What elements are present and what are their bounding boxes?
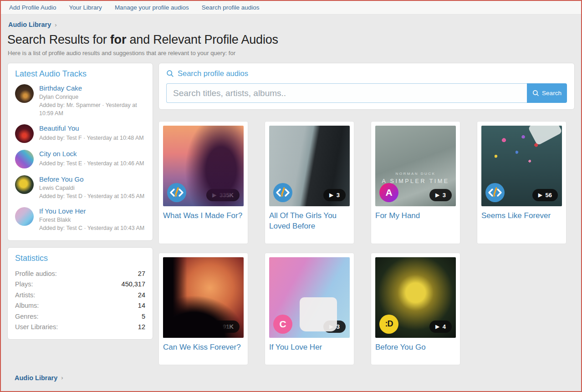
search-query-term: for xyxy=(110,33,126,46)
audio-thumbnail[interactable]: ▶3 xyxy=(269,126,350,206)
audio-card[interactable]: NORMAN DUCK A SIMPLER TIME A ▶3 For My H… xyxy=(371,121,460,244)
play-count-badge: ▶91K xyxy=(210,321,240,333)
play-icon: ▶ xyxy=(329,324,333,330)
audio-results-grid: ▶335K What Was I Made For? xyxy=(158,121,575,365)
audio-title-link[interactable]: If You Love Her xyxy=(269,342,350,353)
play-count-badge: ▶56 xyxy=(532,189,558,201)
page-subtitle: Here is a list of profile audio results … xyxy=(8,50,575,56)
latest-tracks-header: Latest Audio Tracks xyxy=(15,69,145,79)
search-panel: Search profile audios Search xyxy=(158,63,575,110)
track-artist: Forest Blakk xyxy=(39,217,144,223)
play-count-badge: ▶3 xyxy=(429,189,452,201)
breadcrumb-audio-library[interactable]: Audio Library xyxy=(8,21,51,28)
track-added-by: Added by: Test E · Yesterday at 10:46 AM xyxy=(39,159,144,168)
code-brush-logo-icon xyxy=(485,183,505,202)
page-title: Search Results for for and Relevant Prof… xyxy=(7,33,575,47)
stat-row-genres: Genres:5 xyxy=(15,311,145,322)
track-item[interactable]: Birthday Cake Dylan Conrique Added by: M… xyxy=(15,84,145,117)
main-content: Search profile audios Search xyxy=(158,63,575,365)
search-input[interactable] xyxy=(166,83,527,103)
track-artist: Lewis Capaldi xyxy=(39,185,144,191)
stat-row-artists: Artists:24 xyxy=(15,290,145,300)
track-title-link[interactable]: Beautiful You xyxy=(39,124,144,133)
footer-breadcrumb: Audio Library › xyxy=(15,374,575,382)
audio-title-link[interactable]: For My Hand xyxy=(375,211,456,221)
play-icon: ▶ xyxy=(538,192,542,198)
stat-row-user-libraries: User Libraries:12 xyxy=(15,322,145,332)
track-item[interactable]: Beautiful You Added by: Test F · Yesterd… xyxy=(15,124,145,143)
uploader-avatar-icon: :D xyxy=(379,315,398,334)
uploader-avatar-icon: A xyxy=(379,183,398,202)
track-added-by: Added by: Test C · Yesterday at 10:43 AM xyxy=(39,224,144,232)
play-icon: ▶ xyxy=(435,192,439,198)
play-icon: ▶ xyxy=(216,324,220,330)
track-item[interactable]: City on Lock Added by: Test E · Yesterda… xyxy=(15,150,145,168)
track-title-link[interactable]: Birthday Cake xyxy=(39,84,145,93)
play-icon: ▶ xyxy=(329,192,333,198)
chevron-right-icon: › xyxy=(55,21,56,28)
nav-manage-profile-audios[interactable]: Manage your profile audios xyxy=(115,4,189,11)
audio-card[interactable]: B ▶91K Can We Kiss Forever? xyxy=(158,253,248,365)
audio-title-link[interactable]: Before You Go xyxy=(375,342,456,353)
track-cover-city-on-lock xyxy=(15,150,34,168)
latest-audio-tracks-panel: Latest Audio Tracks Birthday Cake Dylan … xyxy=(7,63,153,241)
play-icon: ▶ xyxy=(435,324,439,330)
audio-card[interactable]: C ▶3 If You Love Her xyxy=(265,253,354,365)
nav-add-profile-audio[interactable]: Add Profile Audio xyxy=(9,4,56,11)
nav-your-library[interactable]: Your Library xyxy=(69,4,102,11)
audio-thumbnail[interactable]: ▶335K xyxy=(163,126,244,206)
track-added-by: Added by: Test D · Yesterday at 10:45 AM xyxy=(39,192,144,200)
stat-row-profile-audios: Profile audios:27 xyxy=(15,269,145,279)
breadcrumb: Audio Library › xyxy=(8,21,575,28)
track-title-link[interactable]: If You Love Her xyxy=(39,207,144,216)
top-navbar: Add Profile Audio Your Library Manage yo… xyxy=(1,1,581,15)
statistics-header: Statistics xyxy=(15,254,145,263)
audio-thumbnail[interactable]: B ▶91K xyxy=(163,257,244,338)
audio-title-link[interactable]: All Of The Girls You Loved Before xyxy=(269,211,350,232)
audio-card[interactable]: :D ▶4 Before You Go xyxy=(371,253,460,365)
audio-card[interactable]: ▶56 Seems Like Forever xyxy=(477,121,567,244)
track-artist: Dylan Conrique xyxy=(39,94,145,100)
play-icon: ▶ xyxy=(212,192,216,198)
track-cover-birthday-cake xyxy=(15,84,34,103)
track-cover-if-you-love-her xyxy=(15,207,34,226)
code-brush-logo-icon xyxy=(273,183,292,202)
stat-row-plays: Plays:450,317 xyxy=(15,279,145,290)
audio-card[interactable]: ▶3 All Of The Girls You Loved Before xyxy=(265,121,354,244)
audio-card[interactable]: ▶335K What Was I Made For? xyxy=(158,121,248,244)
search-button[interactable]: Search xyxy=(527,83,567,103)
track-cover-before-you-go xyxy=(15,175,34,194)
play-count-badge: ▶3 xyxy=(323,321,346,333)
audio-title-link[interactable]: Seems Like Forever xyxy=(481,211,562,221)
stat-row-albums: Albums:14 xyxy=(15,300,145,311)
search-icon xyxy=(532,90,539,97)
sidebar: Latest Audio Tracks Birthday Cake Dylan … xyxy=(7,63,153,346)
breadcrumb-audio-library[interactable]: Audio Library xyxy=(15,374,57,382)
play-count-badge: ▶335K xyxy=(206,189,240,201)
audio-title-link[interactable]: What Was I Made For? xyxy=(163,211,244,221)
audio-thumbnail[interactable]: :D ▶4 xyxy=(375,257,456,338)
search-icon xyxy=(166,70,174,77)
track-title-link[interactable]: Before You Go xyxy=(39,175,144,184)
track-item[interactable]: Before You Go Lewis Capaldi Added by: Te… xyxy=(15,175,145,200)
uploader-avatar-icon: B xyxy=(167,315,186,334)
code-brush-logo-icon xyxy=(167,183,186,202)
audio-title-link[interactable]: Can We Kiss Forever? xyxy=(163,342,244,353)
audio-thumbnail[interactable]: NORMAN DUCK A SIMPLER TIME A ▶3 xyxy=(375,126,456,206)
statistics-panel: Statistics Profile audios:27 Plays:450,3… xyxy=(7,247,153,340)
track-cover-beautiful-you xyxy=(15,124,34,143)
cover-artist-text: NORMAN DUCK xyxy=(375,172,456,176)
track-item[interactable]: If You Love Her Forest Blakk Added by: T… xyxy=(15,207,145,232)
uploader-avatar-icon: C xyxy=(273,315,292,334)
nav-search-profile-audios[interactable]: Search profile audios xyxy=(202,4,260,11)
play-count-badge: ▶4 xyxy=(429,321,452,333)
chevron-right-icon: › xyxy=(61,374,63,381)
track-added-by: Added by: Mr. Spammer · Yesterday at 10:… xyxy=(39,101,145,117)
track-title-link[interactable]: City on Lock xyxy=(39,150,144,158)
search-panel-header[interactable]: Search profile audios xyxy=(166,69,567,78)
track-added-by: Added by: Test F · Yesterday at 10:48 AM xyxy=(39,134,144,142)
play-count-badge: ▶3 xyxy=(323,189,346,201)
audio-thumbnail[interactable]: ▶56 xyxy=(481,126,562,206)
audio-thumbnail[interactable]: C ▶3 xyxy=(269,257,350,338)
